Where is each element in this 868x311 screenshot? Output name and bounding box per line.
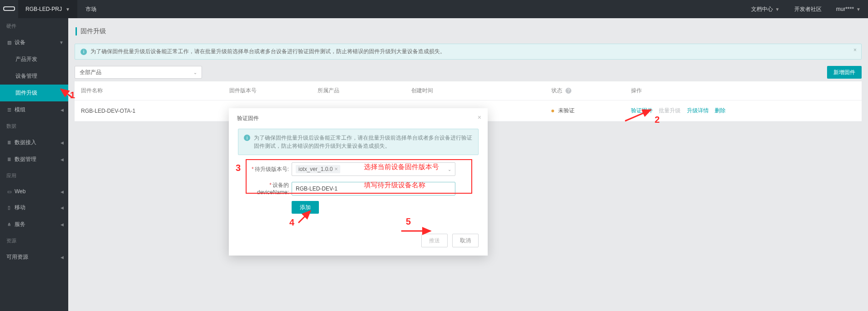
sidebar-item-data-access[interactable]: ≣ 数据接入 [0, 134, 68, 151]
remove-tag-icon[interactable]: × [334, 166, 338, 172]
close-icon[interactable]: × [478, 114, 481, 121]
cube-icon: ▧ [6, 40, 12, 45]
status-cell: 未验证 [545, 100, 625, 121]
sidebar-cat-hardware: 硬件 [0, 18, 68, 34]
close-icon[interactable]: × [853, 47, 857, 53]
project-selector[interactable]: RGB-LED-PRJ ▼ [18, 0, 77, 18]
sidebar-cat-data: 数据 [0, 118, 68, 134]
col-created: 创建时间 [405, 81, 545, 100]
info-icon: i [244, 135, 250, 141]
sidebar-item-product-dev[interactable]: 产品开发 [0, 51, 68, 68]
label-version: *待升级版本号: [238, 166, 292, 173]
stack-icon: ☰ [6, 107, 12, 113]
sidebar-item-device-mgmt[interactable]: 设备管理 [0, 68, 68, 85]
op-batch[interactable]: 批量升级 [659, 107, 681, 114]
sidebar-item-devices[interactable]: ▧ 设备 ▼ [0, 34, 68, 51]
monitor-icon: ▭ [6, 189, 12, 194]
modal-info-banner: i 为了确保固件批量升级后设备能正常工作，请在批量升级前选择单台或者多台设备进行… [238, 129, 479, 155]
modal-title: 验证固件 [237, 115, 259, 121]
share-icon: ⋔ [6, 222, 12, 227]
project-name: RGB-LED-PRJ [25, 6, 62, 12]
caret-down-icon: ⌄ [448, 167, 451, 172]
chevron-left-icon [61, 205, 64, 210]
chevron-left-icon [61, 255, 64, 260]
version-tag: iotx_ver_1.0.0 × [296, 165, 340, 173]
cancel-button[interactable]: 取消 [452, 234, 479, 247]
info-banner: i 为了确保固件批量升级后设备能正常工作，请在批量升级前选择单台或者多台设备进行… [75, 44, 862, 60]
op-detail[interactable]: 升级详情 [687, 107, 709, 114]
version-select[interactable]: iotx_ver_1.0.0 × ⌄ [292, 162, 455, 176]
db-icon: ≣ [6, 140, 12, 145]
caret-down-icon: ⌄ [193, 70, 197, 75]
sidebar-cat-resource: 资源 [0, 233, 68, 249]
chevron-left-icon [61, 189, 64, 194]
sidebar-item-resource[interactable]: 可用资源 [0, 249, 68, 266]
sidebar-item-mobile[interactable]: ▯ 移动 [0, 199, 68, 216]
verify-firmware-modal: 验证固件 × i 为了确保固件批量升级后设备能正常工作，请在批量升级前选择单台或… [229, 108, 488, 256]
sidebar-item-module[interactable]: ☰ 模组 [0, 101, 68, 118]
caret-down-icon: ▼ [775, 7, 780, 12]
nav-user[interactable]: mur**** ▼ [829, 6, 868, 12]
chevron-left-icon [61, 222, 64, 227]
col-ops: 操作 [625, 81, 862, 100]
sidebar-cat-app: 应用 [0, 168, 68, 184]
sidebar-item-service[interactable]: ⋔ 服务 [0, 216, 68, 233]
status-dot-icon [551, 110, 554, 112]
add-button[interactable]: 添加 [292, 201, 319, 214]
phone-icon: ▯ [6, 205, 12, 211]
info-icon: i [81, 49, 87, 55]
product-filter-select[interactable]: 全部产品 ⌄ [75, 66, 202, 79]
chevron-left-icon [61, 140, 64, 145]
push-button[interactable]: 推送 [421, 234, 448, 247]
page-title: 固件升级 [76, 27, 862, 35]
caret-down-icon: ▼ [66, 7, 70, 12]
nav-market[interactable]: 市场 [77, 5, 105, 13]
caret-down-icon: ▼ [856, 7, 861, 12]
col-name: 固件名称 [75, 81, 223, 100]
nav-dev-community[interactable]: 开发者社区 [787, 5, 829, 13]
chevron-down-icon: ▼ [59, 40, 64, 45]
op-delete[interactable]: 删除 [715, 107, 726, 114]
db-icon: ≣ [6, 157, 12, 162]
app-logo [0, 6, 18, 12]
chevron-left-icon [61, 107, 64, 112]
sidebar-item-data-mgmt[interactable]: ≣ 数据管理 [0, 151, 68, 168]
sidebar: 硬件 ▧ 设备 ▼ 产品开发 设备管理 固件升级 ☰ 模组 数据 ≣ 数据接入 … [0, 18, 68, 311]
sidebar-item-firmware-upgrade[interactable]: 固件升级 [0, 85, 68, 101]
label-device: *设备的deviceName: [238, 181, 292, 196]
device-name-input[interactable] [292, 182, 455, 196]
col-status: 状态 ? [545, 81, 625, 100]
col-product: 所属产品 [311, 81, 405, 100]
chevron-left-icon [61, 157, 64, 162]
new-firmware-button[interactable]: 新增固件 [827, 66, 862, 79]
nav-doc-center[interactable]: 文档中心 ▼ [744, 5, 787, 13]
col-version: 固件版本号 [223, 81, 311, 100]
help-icon[interactable]: ? [565, 88, 571, 94]
op-verify[interactable]: 验证固件 [631, 107, 653, 114]
sidebar-item-web[interactable]: ▭ Web [0, 184, 68, 199]
